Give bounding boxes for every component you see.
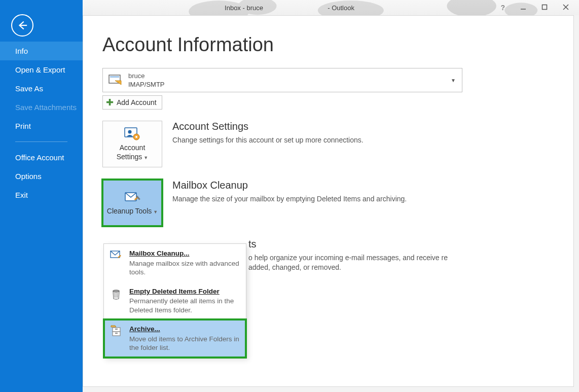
add-account-button[interactable]: ✚ Add Account <box>102 95 162 110</box>
svg-line-22 <box>115 293 115 298</box>
section-description-partial: o help organize your incoming e-mail mes… <box>248 253 461 272</box>
chevron-down-icon: ▼ <box>451 77 456 83</box>
help-button[interactable]: ? <box>500 4 505 12</box>
menu-item-mailbox-cleanup[interactable]: Mailbox Cleanup... Manage mailbox size w… <box>104 244 246 282</box>
svg-rect-28 <box>115 333 118 334</box>
section-title-partial: ts <box>248 238 461 250</box>
menu-item-archive[interactable]: Archive... Move old items to Archive Fol… <box>104 319 246 358</box>
section-title: Mailbox Cleanup <box>172 180 407 191</box>
sidebar-item-label: Open & Export <box>15 65 65 74</box>
account-protocol: IMAP/SMTP <box>128 81 223 89</box>
svg-rect-11 <box>110 76 119 78</box>
chevron-down-icon: ▼ <box>143 155 148 160</box>
account-email-redacted <box>147 71 223 78</box>
close-button[interactable] <box>563 4 569 12</box>
backstage-sidebar: Info Open & Export Save As Save Attachme… <box>0 0 83 392</box>
cleanup-tools-icon <box>123 190 141 205</box>
minimize-button[interactable] <box>520 4 526 12</box>
sidebar-item-label: Info <box>15 47 28 55</box>
svg-rect-27 <box>115 329 118 330</box>
svg-point-15 <box>135 136 137 138</box>
card-label-text: Account Settings <box>117 144 146 161</box>
menu-item-empty-deleted[interactable]: Empty Deleted Items Folder Permanently d… <box>104 282 246 320</box>
account-name: bruce <box>128 72 145 80</box>
svg-point-13 <box>128 130 132 134</box>
add-account-label: Add Account <box>117 98 157 106</box>
sidebar-item-label: Exit <box>15 191 28 199</box>
page-title: Account Information <box>102 34 553 56</box>
sidebar-item-save-attachments: Save Attachments <box>0 98 83 117</box>
sidebar-separator <box>15 141 67 142</box>
sidebar-item-label: Office Account <box>15 153 64 162</box>
window-title-right: - Outlook <box>328 4 354 12</box>
sidebar-item-save-as[interactable]: Save As <box>0 79 83 98</box>
menu-item-title: Empty Deleted Items Folder <box>129 288 220 295</box>
sidebar-item-info[interactable]: Info <box>0 42 83 60</box>
account-selector[interactable]: bruce IMAP/SMTP ▼ <box>102 68 462 92</box>
menu-item-description: Move old items to Archive Folders in the… <box>129 335 240 352</box>
sidebar-item-label: Print <box>15 122 31 130</box>
menu-item-title: Archive... <box>129 325 160 333</box>
account-settings-button[interactable]: Account Settings▼ <box>102 121 162 167</box>
menu-item-title: Mailbox Cleanup... <box>129 250 190 257</box>
window-title-left: Inbox - bruce <box>225 4 263 12</box>
maximize-button[interactable] <box>541 4 548 12</box>
svg-line-24 <box>118 293 118 298</box>
plus-icon: ✚ <box>106 98 114 107</box>
section-title: Account Settings <box>172 121 364 132</box>
menu-item-description: Manage mailbox size with advanced tools. <box>129 259 240 277</box>
cleanup-tools-button[interactable]: Cleanup Tools▼ <box>102 180 162 226</box>
card-label-text: Cleanup Tools <box>107 207 152 215</box>
title-bar: Inbox - bruce - Outlook ? <box>0 0 579 15</box>
sidebar-item-open-export[interactable]: Open & Export <box>0 60 83 79</box>
sidebar-item-label: Options <box>15 172 42 181</box>
sidebar-item-office-account[interactable]: Office Account <box>0 148 83 167</box>
sidebar-item-exit[interactable]: Exit <box>0 186 83 204</box>
mailbox-cleanup-icon <box>109 249 123 263</box>
chevron-down-icon: ▼ <box>153 209 158 215</box>
sidebar-item-label: Save As <box>15 84 43 93</box>
sidebar-item-options[interactable]: Options <box>0 167 83 186</box>
archive-icon <box>109 325 123 339</box>
back-button[interactable] <box>11 14 33 37</box>
svg-rect-1 <box>542 5 547 10</box>
cleanup-tools-dropdown: Mailbox Cleanup... Manage mailbox size w… <box>103 243 246 358</box>
window-title: Inbox - bruce - Outlook <box>0 4 579 12</box>
trash-icon <box>109 287 123 301</box>
section-description: Change settings for this account or set … <box>172 135 364 145</box>
account-settings-icon <box>123 126 141 141</box>
section-description: Manage the size of your mailbox by empty… <box>172 194 407 204</box>
sidebar-item-label: Save Attachments <box>15 103 77 112</box>
sidebar-item-print[interactable]: Print <box>0 117 83 135</box>
menu-item-description: Permanently delete all items in the Dele… <box>129 297 240 314</box>
account-icon <box>107 72 123 88</box>
